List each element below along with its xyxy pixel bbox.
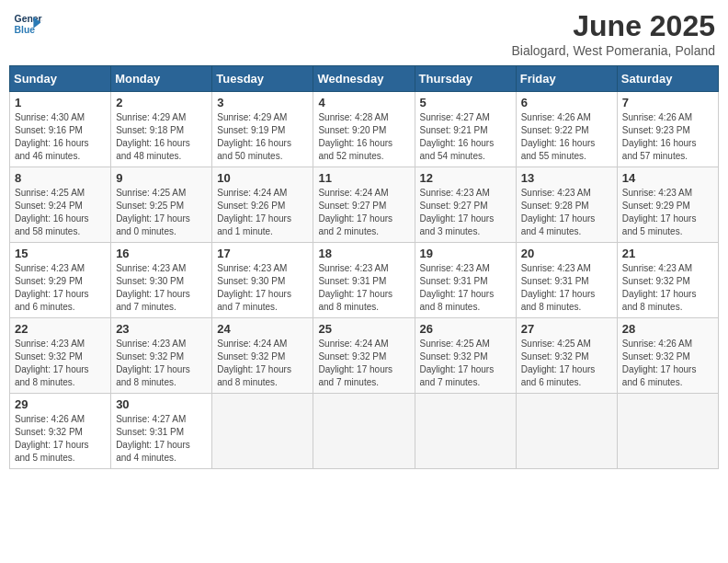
table-row: 8Sunrise: 4:25 AMSunset: 9:24 PMDaylight… xyxy=(10,167,111,243)
day-info: Sunrise: 4:24 AMSunset: 9:32 PMDaylight:… xyxy=(217,338,308,389)
day-number: 18 xyxy=(318,247,409,260)
table-row: 17Sunrise: 4:23 AMSunset: 9:30 PMDayligh… xyxy=(212,243,313,318)
day-info: Sunrise: 4:23 AMSunset: 9:30 PMDaylight:… xyxy=(217,262,308,314)
table-row: 9Sunrise: 4:25 AMSunset: 9:25 PMDaylight… xyxy=(111,167,212,243)
day-info: Sunrise: 4:25 AMSunset: 9:24 PMDaylight:… xyxy=(15,187,106,238)
header-sunday: Sunday xyxy=(10,66,111,92)
day-number: 19 xyxy=(420,247,511,260)
day-info: Sunrise: 4:25 AMSunset: 9:25 PMDaylight:… xyxy=(116,187,207,238)
header-thursday: Thursday xyxy=(415,66,516,92)
day-number: 9 xyxy=(116,171,207,185)
table-row: 30Sunrise: 4:27 AMSunset: 9:31 PMDayligh… xyxy=(111,394,212,469)
day-number: 1 xyxy=(15,96,106,109)
day-number: 21 xyxy=(622,247,713,260)
day-number: 8 xyxy=(15,171,106,185)
day-info: Sunrise: 4:27 AMSunset: 9:31 PMDaylight:… xyxy=(116,413,207,465)
table-row xyxy=(313,394,415,469)
table-row xyxy=(212,394,313,469)
logo-icon: General Blue xyxy=(13,9,42,39)
calendar-header-row: Sunday Monday Tuesday Wednesday Thursday… xyxy=(10,66,719,92)
table-row: 12Sunrise: 4:23 AMSunset: 9:27 PMDayligh… xyxy=(415,167,516,243)
day-info: Sunrise: 4:23 AMSunset: 9:27 PMDaylight:… xyxy=(420,187,511,238)
header-tuesday: Tuesday xyxy=(212,66,313,92)
page-header: General Blue June 2025 Bialogard, West P… xyxy=(9,9,719,58)
day-number: 2 xyxy=(116,96,207,109)
day-info: Sunrise: 4:24 AMSunset: 9:26 PMDaylight:… xyxy=(217,187,308,238)
day-info: Sunrise: 4:29 AMSunset: 9:18 PMDaylight:… xyxy=(116,111,207,163)
day-info: Sunrise: 4:25 AMSunset: 9:32 PMDaylight:… xyxy=(521,338,612,389)
table-row: 22Sunrise: 4:23 AMSunset: 9:32 PMDayligh… xyxy=(10,318,111,394)
calendar-week-row: 29Sunrise: 4:26 AMSunset: 9:32 PMDayligh… xyxy=(10,394,719,469)
title-area: June 2025 Bialogard, West Pomerania, Pol… xyxy=(511,9,715,58)
table-row: 20Sunrise: 4:23 AMSunset: 9:31 PMDayligh… xyxy=(516,243,617,318)
table-row: 13Sunrise: 4:23 AMSunset: 9:28 PMDayligh… xyxy=(516,167,617,243)
day-number: 24 xyxy=(217,322,308,336)
day-info: Sunrise: 4:23 AMSunset: 9:30 PMDaylight:… xyxy=(116,262,207,314)
table-row: 21Sunrise: 4:23 AMSunset: 9:32 PMDayligh… xyxy=(617,243,718,318)
table-row: 16Sunrise: 4:23 AMSunset: 9:30 PMDayligh… xyxy=(111,243,212,318)
table-row: 15Sunrise: 4:23 AMSunset: 9:29 PMDayligh… xyxy=(10,243,111,318)
day-info: Sunrise: 4:23 AMSunset: 9:29 PMDaylight:… xyxy=(15,262,106,314)
day-info: Sunrise: 4:26 AMSunset: 9:23 PMDaylight:… xyxy=(622,111,713,163)
table-row: 19Sunrise: 4:23 AMSunset: 9:31 PMDayligh… xyxy=(415,243,516,318)
day-number: 29 xyxy=(15,397,106,411)
table-row: 18Sunrise: 4:23 AMSunset: 9:31 PMDayligh… xyxy=(313,243,415,318)
table-row: 7Sunrise: 4:26 AMSunset: 9:23 PMDaylight… xyxy=(617,92,718,167)
svg-text:Blue: Blue xyxy=(15,25,36,35)
day-number: 3 xyxy=(217,96,308,109)
day-info: Sunrise: 4:23 AMSunset: 9:32 PMDaylight:… xyxy=(116,338,207,389)
day-info: Sunrise: 4:23 AMSunset: 9:31 PMDaylight:… xyxy=(318,262,409,314)
day-number: 27 xyxy=(521,322,612,336)
day-number: 28 xyxy=(622,322,713,336)
day-number: 12 xyxy=(420,171,511,185)
table-row: 1Sunrise: 4:30 AMSunset: 9:16 PMDaylight… xyxy=(10,92,111,167)
day-number: 13 xyxy=(521,171,612,185)
day-info: Sunrise: 4:23 AMSunset: 9:32 PMDaylight:… xyxy=(622,262,713,314)
logo: General Blue xyxy=(13,9,42,39)
day-number: 5 xyxy=(420,96,511,109)
day-info: Sunrise: 4:23 AMSunset: 9:31 PMDaylight:… xyxy=(420,262,511,314)
table-row: 29Sunrise: 4:26 AMSunset: 9:32 PMDayligh… xyxy=(10,394,111,469)
month-title: June 2025 xyxy=(511,9,715,43)
day-number: 26 xyxy=(420,322,511,336)
day-info: Sunrise: 4:25 AMSunset: 9:32 PMDaylight:… xyxy=(420,338,511,389)
day-number: 30 xyxy=(116,397,207,411)
location-title: Bialogard, West Pomerania, Poland xyxy=(511,43,715,58)
table-row: 27Sunrise: 4:25 AMSunset: 9:32 PMDayligh… xyxy=(516,318,617,394)
day-info: Sunrise: 4:26 AMSunset: 9:32 PMDaylight:… xyxy=(15,413,106,465)
table-row: 14Sunrise: 4:23 AMSunset: 9:29 PMDayligh… xyxy=(617,167,718,243)
day-number: 14 xyxy=(622,171,713,185)
table-row: 24Sunrise: 4:24 AMSunset: 9:32 PMDayligh… xyxy=(212,318,313,394)
header-friday: Friday xyxy=(516,66,617,92)
header-saturday: Saturday xyxy=(617,66,718,92)
calendar-week-row: 1Sunrise: 4:30 AMSunset: 9:16 PMDaylight… xyxy=(10,92,719,167)
table-row: 28Sunrise: 4:26 AMSunset: 9:32 PMDayligh… xyxy=(617,318,718,394)
day-number: 7 xyxy=(622,96,713,109)
day-number: 10 xyxy=(217,171,308,185)
table-row xyxy=(617,394,718,469)
day-info: Sunrise: 4:29 AMSunset: 9:19 PMDaylight:… xyxy=(217,111,308,163)
calendar-week-row: 22Sunrise: 4:23 AMSunset: 9:32 PMDayligh… xyxy=(10,318,719,394)
day-number: 16 xyxy=(116,247,207,260)
table-row: 6Sunrise: 4:26 AMSunset: 9:22 PMDaylight… xyxy=(516,92,617,167)
day-info: Sunrise: 4:26 AMSunset: 9:22 PMDaylight:… xyxy=(521,111,612,163)
table-row: 2Sunrise: 4:29 AMSunset: 9:18 PMDaylight… xyxy=(111,92,212,167)
day-info: Sunrise: 4:26 AMSunset: 9:32 PMDaylight:… xyxy=(622,338,713,389)
header-wednesday: Wednesday xyxy=(313,66,415,92)
day-info: Sunrise: 4:27 AMSunset: 9:21 PMDaylight:… xyxy=(420,111,511,163)
day-number: 23 xyxy=(116,322,207,336)
day-info: Sunrise: 4:23 AMSunset: 9:32 PMDaylight:… xyxy=(15,338,106,389)
day-number: 25 xyxy=(318,322,409,336)
day-info: Sunrise: 4:28 AMSunset: 9:20 PMDaylight:… xyxy=(318,111,409,163)
table-row xyxy=(516,394,617,469)
day-info: Sunrise: 4:24 AMSunset: 9:32 PMDaylight:… xyxy=(318,338,409,389)
table-row: 11Sunrise: 4:24 AMSunset: 9:27 PMDayligh… xyxy=(313,167,415,243)
table-row: 25Sunrise: 4:24 AMSunset: 9:32 PMDayligh… xyxy=(313,318,415,394)
day-info: Sunrise: 4:23 AMSunset: 9:29 PMDaylight:… xyxy=(622,187,713,238)
table-row xyxy=(415,394,516,469)
day-number: 15 xyxy=(15,247,106,260)
calendar-week-row: 15Sunrise: 4:23 AMSunset: 9:29 PMDayligh… xyxy=(10,243,719,318)
table-row: 5Sunrise: 4:27 AMSunset: 9:21 PMDaylight… xyxy=(415,92,516,167)
table-row: 4Sunrise: 4:28 AMSunset: 9:20 PMDaylight… xyxy=(313,92,415,167)
day-number: 6 xyxy=(521,96,612,109)
